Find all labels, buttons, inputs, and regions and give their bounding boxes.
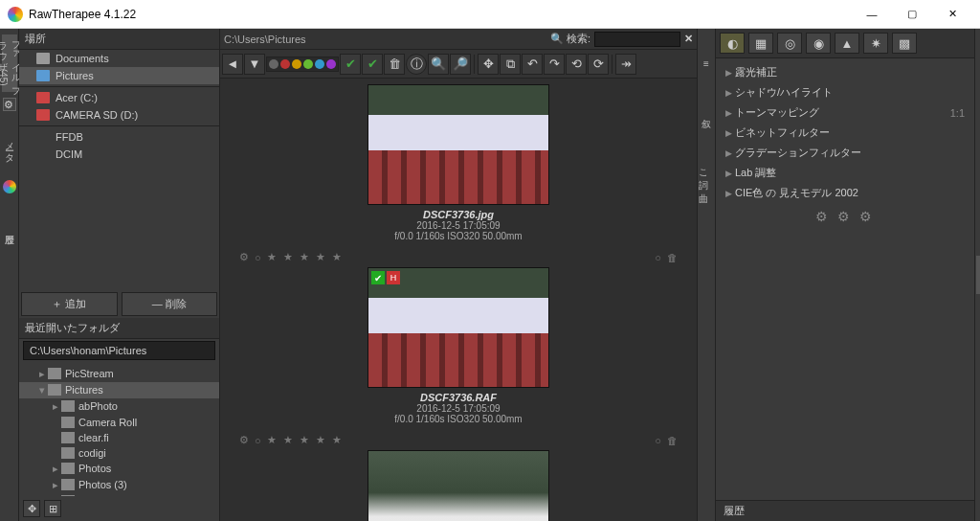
gears-decoration: ⚙ ⚙ ⚙ — [716, 203, 974, 230]
color-dot[interactable] — [303, 59, 313, 69]
remove-place-button[interactable]: — 削除 — [122, 292, 218, 316]
expand-icon: ▶ — [725, 88, 735, 98]
tree-node[interactable]: Camera Roll — [19, 415, 219, 430]
move-icon[interactable]: ✥ — [23, 500, 40, 517]
tab-file-browser[interactable]: ファイルブラウザ (45) — [2, 34, 17, 92]
app-logo — [8, 7, 23, 22]
expand-icon: ▶ — [725, 68, 735, 78]
tab-detail-icon[interactable]: ▦ — [748, 33, 773, 54]
add-place-button[interactable]: ＋ 追加 — [21, 292, 118, 316]
tab-wavelet-icon[interactable]: ◉ — [806, 33, 831, 54]
expand-icon: ▶ — [725, 128, 735, 138]
divider — [19, 86, 219, 87]
trash-icon[interactable]: 🗑 — [667, 435, 678, 446]
gear-icon[interactable]: ⚙ — [3, 98, 16, 111]
crop-icon[interactable]: ⧉ — [500, 54, 521, 75]
search-input[interactable] — [594, 32, 680, 47]
tree-node[interactable]: ▾Pictures — [19, 382, 219, 398]
tree-node[interactable]: ▸Photos — [19, 461, 219, 477]
color-dot[interactable] — [280, 59, 290, 69]
rating-stars[interactable]: ★ ★ ★ ★ ★ — [267, 434, 344, 446]
tree-node[interactable]: ▸Photos (3) — [19, 477, 219, 493]
color-dot[interactable] — [326, 59, 336, 69]
toolbar-right-arrow[interactable]: ↠ — [615, 54, 636, 75]
tab-meta[interactable]: メータ — [2, 117, 17, 174]
tab-color-icon[interactable]: ◎ — [777, 33, 802, 54]
color-wheel-icon[interactable] — [3, 180, 16, 193]
tree-node[interactable]: clear.fi — [19, 430, 219, 445]
place-item[interactable]: Pictures — [19, 67, 219, 84]
filter-icon[interactable]: ▼ — [244, 54, 265, 75]
clear-search-button[interactable]: ✕ — [684, 33, 693, 45]
color-dot[interactable] — [269, 59, 278, 69]
tree-node[interactable]: codigi — [19, 445, 219, 461]
tool-row[interactable]: ▶シャドウ/ハイライト — [716, 82, 974, 102]
thumbnail-item[interactable]: ⚙ ○ ★ ★ ★ ★ ★ ○ 🗑 DSCF3738-1-cropped.jpg… — [239, 434, 678, 521]
browser-path: C:\Users\Pictures — [224, 34, 546, 45]
zoom-in-icon[interactable]: 🔎 — [450, 54, 471, 75]
color-dot[interactable] — [315, 59, 324, 69]
panel-resize-handle[interactable] — [974, 29, 980, 521]
places-list: Documents Pictures Acer (C:) CAMERA SD (… — [19, 50, 219, 163]
thumbnail-image[interactable] — [368, 84, 549, 205]
check-unedited-icon[interactable]: ✔ — [340, 54, 361, 75]
drive-icon — [36, 109, 50, 121]
processed-badge-icon: ✔ — [371, 271, 385, 284]
thumbnail-item[interactable]: DSCF3736.jpg 2016-12-5 17:05:09 f/0.0 1/… — [239, 84, 678, 241]
tree-node[interactable]: ▸abPhoto — [19, 398, 219, 415]
tool-row[interactable]: ▶露光補正 — [716, 62, 974, 82]
gear-icon[interactable]: ⚙ — [239, 251, 249, 263]
maximize-button[interactable]: ▢ — [892, 1, 932, 28]
recent-path-input[interactable]: C:\Users\honam\Pictures — [23, 341, 215, 360]
minimize-button[interactable]: — — [852, 1, 892, 28]
left-vertical-tabs: ファイルブラウザ (45) ⚙ メータ 履歴 — [0, 29, 19, 521]
thumbnail-badges: ✔ H — [371, 271, 400, 284]
check-edited-icon[interactable]: ✔ — [362, 54, 383, 75]
tool-row[interactable]: ▶グラデーションフィルター — [716, 143, 974, 163]
color-dot[interactable] — [292, 59, 301, 69]
tool-row[interactable]: ▶ビネットフィルター — [716, 123, 974, 143]
thumbnail-image[interactable] — [368, 450, 549, 521]
place-item[interactable]: CAMERA SD (D:) — [19, 106, 219, 124]
divider — [19, 125, 219, 126]
gear-icon[interactable]: ⚙ — [239, 434, 249, 446]
right-vertical-tabs: ≡ 叙 こ詞曲 — [697, 29, 716, 521]
hdr-badge-icon: H — [387, 271, 400, 284]
place-item[interactable]: Documents — [19, 50, 219, 67]
redo-icon[interactable]: ⟳ — [588, 54, 609, 75]
vtab-icon[interactable]: こ詞曲 — [699, 157, 714, 215]
tab-meta-icon[interactable]: ▩ — [892, 33, 917, 54]
place-item[interactable]: FFDB — [19, 128, 219, 146]
pan-icon[interactable]: ✥ — [478, 54, 499, 75]
tool-row[interactable]: ▶CIE色 の 見えモデル 2002 — [716, 183, 974, 203]
tab-transform-icon[interactable]: ▲ — [835, 33, 859, 54]
place-item[interactable]: Acer (C:) — [19, 89, 219, 106]
history-header[interactable]: 履歴 — [716, 500, 974, 521]
dot-icon: ○ — [255, 435, 261, 446]
trash-icon[interactable]: 🗑 — [667, 252, 678, 263]
tool-row[interactable]: ▶Lab 調整 — [716, 163, 974, 183]
grid-icon[interactable]: ⊞ — [44, 500, 61, 517]
vtab-icon[interactable]: 叙 — [699, 96, 714, 153]
thumbnail-item[interactable]: ⚙ ○ ★ ★ ★ ★ ★ ○ 🗑 ✔ H DSCF3736.RAF 2016-… — [239, 251, 678, 424]
tree-node[interactable]: ▸PicStream — [19, 366, 219, 382]
rotate-right-icon[interactable]: ↷ — [544, 54, 565, 75]
color-label-filter[interactable] — [266, 57, 339, 72]
toolbar-left-arrow[interactable]: ◄ — [222, 54, 243, 75]
rotate-left-icon[interactable]: ↶ — [522, 54, 543, 75]
tab-history[interactable]: 履歴 — [2, 199, 17, 257]
tab-raw-icon[interactable]: ✷ — [863, 33, 888, 54]
thumbnail-meta: DSCF3736.RAF 2016-12-5 17:05:09 f/0.0 1/… — [239, 392, 678, 424]
thumbnail-image[interactable]: ✔ H — [368, 267, 549, 388]
zoom-out-icon[interactable]: 🔍 — [428, 54, 449, 75]
folder-icon — [61, 400, 75, 412]
undo-icon[interactable]: ⟲ — [566, 54, 587, 75]
tab-exposure-icon[interactable]: ◐ — [720, 33, 745, 54]
rating-stars[interactable]: ★ ★ ★ ★ ★ — [267, 251, 344, 263]
close-button[interactable]: ✕ — [932, 1, 972, 28]
info-icon[interactable]: ⓘ — [406, 54, 427, 75]
vtab-icon[interactable]: ≡ — [699, 34, 714, 92]
tool-row[interactable]: ▶トーンマッピング1:1 — [716, 102, 974, 123]
place-item[interactable]: DCIM — [19, 146, 219, 163]
trash-icon[interactable]: 🗑 — [384, 54, 405, 75]
